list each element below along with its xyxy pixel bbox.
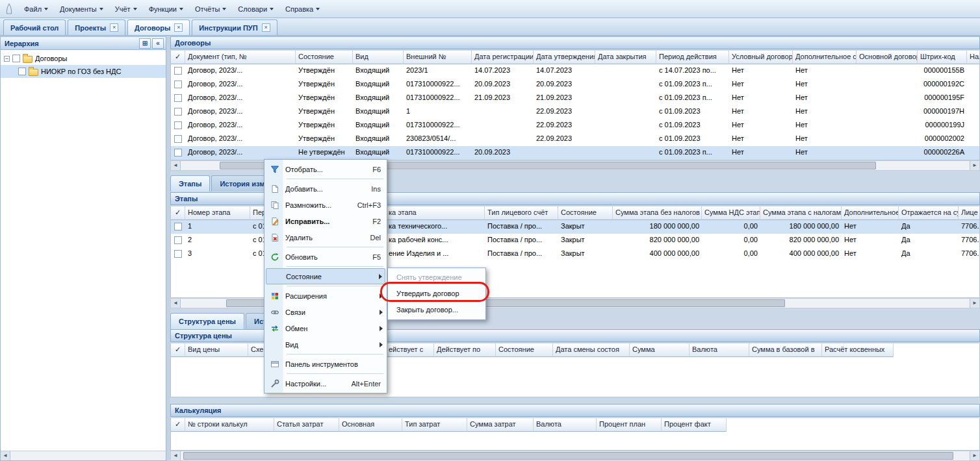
scroll-left-icon[interactable]: ◄ [171, 161, 181, 170]
column-header-cost-item[interactable]: Статья затрат [274, 418, 339, 432]
column-header-approve-date[interactable]: Дата утверждения [534, 51, 595, 64]
row-checkbox[interactable] [174, 121, 182, 129]
menu-item-select[interactable]: Отобрать... F6 [266, 161, 385, 177]
close-icon[interactable]: × [174, 23, 183, 32]
close-icon[interactable]: × [262, 23, 270, 32]
menu-help[interactable]: Справка [279, 2, 326, 16]
menu-item-view[interactable]: Вид [266, 336, 385, 353]
menu-item-edit[interactable]: Исправить... F2 [266, 213, 385, 229]
column-header-check[interactable]: ✓ [171, 206, 185, 220]
row-checkbox[interactable] [174, 250, 182, 258]
calc-h-scrollbar[interactable]: ◄ ► [170, 451, 980, 461]
menu-item-refresh[interactable]: Обновить F5 [266, 249, 385, 265]
column-header-sum-no-tax[interactable]: Сумма этапа без налогов [613, 206, 702, 220]
column-header-kind[interactable]: Вид [353, 51, 404, 64]
table-row[interactable]: Договор, 2023/... Утверждён Входящий 017… [171, 119, 979, 132]
column-header-reg-date[interactable]: Дата регистрации [472, 51, 534, 64]
row-checkbox[interactable] [174, 223, 182, 230]
tab-stages[interactable]: Этапы [170, 175, 210, 192]
row-checkbox[interactable] [174, 94, 182, 102]
menu-item-duplicate[interactable]: Размножить... Ctrl+F3 [266, 197, 385, 213]
column-header-percent-plan[interactable]: Процент план [597, 418, 662, 432]
column-header-indirect-calc[interactable]: Расчёт косвенных [822, 343, 894, 357]
close-icon[interactable]: × [110, 23, 118, 32]
column-header-state[interactable]: Состояние [558, 206, 613, 220]
tab-pup-instructions[interactable]: Инструкции ПУП× [192, 19, 277, 35]
column-header-close-date[interactable]: Дата закрытия [595, 51, 656, 64]
node-checkbox[interactable] [18, 68, 26, 75]
column-header-valid-to[interactable]: Действует по [434, 343, 496, 357]
menu-item-add[interactable]: Добавить... Ins [266, 181, 385, 197]
column-header-account-type[interactable]: Тип лицевого счёт [485, 206, 558, 220]
tab-contracts[interactable]: Договоры× [127, 19, 190, 35]
column-header-state-change-date[interactable]: Дата смены состоя [553, 343, 630, 357]
table-row[interactable]: Договор, 2023/... Утверждён Входящий 017… [171, 78, 979, 92]
menu-accounting[interactable]: Учёт [109, 2, 143, 16]
column-header-reflected[interactable]: Отражается на сум [899, 206, 959, 220]
menu-item-toolbar[interactable]: Панель инструментов [266, 356, 385, 372]
collapse-node-icon[interactable]: − [4, 56, 10, 62]
tree-node-child[interactable]: НИОКР по ГОЗ без НДС [1, 65, 166, 78]
row-checkbox[interactable] [174, 149, 182, 156]
row-checkbox[interactable] [174, 81, 182, 88]
tree-node-root[interactable]: − Договоры [1, 52, 166, 65]
menu-item-settings[interactable]: Настройки... Alt+Enter [266, 375, 385, 392]
menu-item-delete[interactable]: Удалить Del [266, 229, 385, 245]
column-header-taxes[interactable]: Нало [967, 51, 980, 64]
collapse-panel-button[interactable]: « [152, 38, 164, 49]
menu-item-links[interactable]: Связи [266, 304, 385, 320]
scroll-right-icon[interactable]: ► [970, 451, 979, 460]
table-row[interactable]: Договор, 2023/... Утверждён Входящий 202… [171, 64, 979, 78]
column-header-main-contract[interactable]: Основной договор [857, 51, 918, 64]
scroll-right-icon[interactable]: ► [970, 299, 979, 308]
column-header-percent-fact[interactable]: Процент факт [662, 418, 727, 432]
menu-item-state[interactable]: Состояние [266, 268, 385, 284]
column-header-check[interactable]: ✓ [171, 343, 185, 357]
column-header-barcode[interactable]: Штрих-код [918, 51, 967, 64]
columns-button[interactable]: ⊞ [139, 38, 151, 49]
table-row[interactable]: Договор, 2023/... Утверждён Входящий 1 2… [171, 105, 979, 119]
column-header-base-currency-sum[interactable]: Сумма в базовой в [749, 343, 822, 357]
row-checkbox[interactable] [174, 108, 182, 116]
column-header-price-kind[interactable]: Вид цены [185, 343, 248, 357]
column-header-currency[interactable]: Валюта [690, 343, 749, 357]
table-row-selected[interactable]: Договор, 2023/... Не утверждён Входящий … [171, 146, 979, 160]
menu-functions[interactable]: Функции [143, 2, 189, 16]
node-checkbox[interactable] [12, 55, 20, 62]
submenu-item-close-contract[interactable]: Закрыть договор... [389, 302, 484, 318]
column-header-check[interactable]: ✓ [171, 418, 185, 432]
row-checkbox[interactable] [174, 67, 182, 75]
scroll-right-icon[interactable]: ► [970, 161, 979, 170]
column-header-sum-with-tax[interactable]: Сумма этапа с налогами [760, 206, 842, 220]
row-checkbox[interactable] [174, 236, 182, 244]
menu-documents[interactable]: Документы [54, 2, 109, 16]
column-header-supplementary[interactable]: Дополнительное с [842, 206, 899, 220]
scroll-left-icon[interactable]: ◄ [1, 451, 10, 460]
column-header-supplementary[interactable]: Дополнительное с [793, 51, 857, 64]
table-row[interactable]: Договор, 2023/... Утверждён Входящий 230… [171, 132, 979, 146]
column-header-external-no[interactable]: Внешний № [404, 51, 472, 64]
table-row[interactable]: Договор, 2023/... Утверждён Входящий 017… [171, 92, 979, 105]
column-header-cost-type[interactable]: Тип затрат [402, 418, 467, 432]
tab-price-structure[interactable]: Структура цены [170, 313, 244, 329]
scroll-thumb[interactable] [183, 452, 953, 460]
column-header-state[interactable]: Состояние [296, 51, 353, 64]
column-header-sum[interactable]: Сумма [630, 343, 690, 357]
submenu-item-approve-contract[interactable]: Утвердить договор [389, 286, 484, 302]
tab-projects[interactable]: Проекты× [68, 19, 125, 35]
column-header-cost-sum[interactable]: Сумма затрат [467, 418, 534, 432]
column-header-currency[interactable]: Валюта [534, 418, 597, 432]
column-header-check[interactable]: ✓ [171, 51, 185, 64]
menu-item-extensions[interactable]: Расширения [266, 288, 385, 304]
column-header-stage-no[interactable]: Номер этапа [185, 206, 250, 220]
menu-file[interactable]: Файл [18, 2, 54, 16]
menu-item-exchange[interactable]: Обмен [266, 320, 385, 336]
column-header-period[interactable]: Период действия [656, 51, 729, 64]
column-header-account[interactable]: Лице [959, 206, 980, 220]
column-header-conditional[interactable]: Условный договор [729, 51, 793, 64]
row-checkbox[interactable] [174, 135, 182, 143]
menu-dictionaries[interactable]: Словари [232, 2, 279, 16]
column-header-calc-line-no[interactable]: № строки калькул [185, 418, 274, 432]
column-header-vat-sum[interactable]: Сумма НДС этапа [702, 206, 760, 220]
tab-desktop[interactable]: Рабочий стол [3, 19, 66, 35]
